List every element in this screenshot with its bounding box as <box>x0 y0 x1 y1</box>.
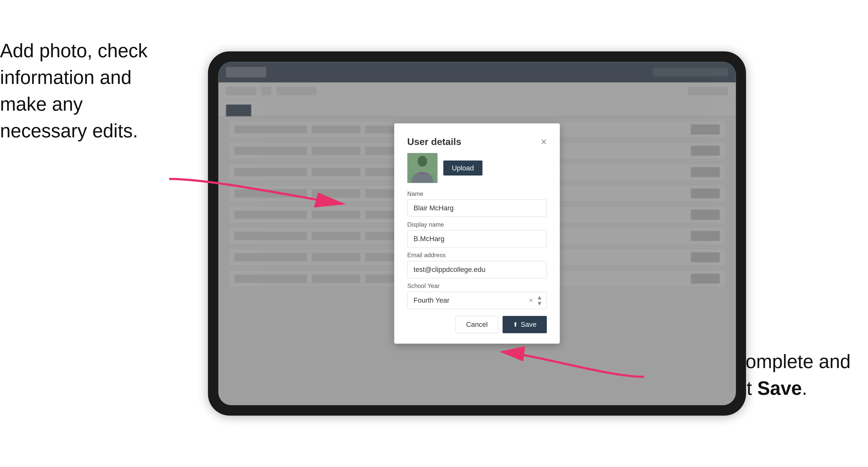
save-label: Save <box>521 320 536 329</box>
user-photo-svg <box>407 153 437 183</box>
select-clear-icon[interactable]: × <box>529 296 533 305</box>
school-year-label: School Year <box>407 282 547 289</box>
tablet-screen: User details × Upload <box>218 62 736 405</box>
annotation-right-line1: Complete and <box>732 351 851 372</box>
annotation-left-text: Add photo, check information and make an… <box>0 40 148 142</box>
annotation-left: Add photo, check information and make an… <box>0 37 156 144</box>
upload-button[interactable]: Upload <box>443 160 483 176</box>
annotation-right: Complete and hit Save. <box>732 348 851 402</box>
select-arrow-icon: ▲▼ <box>536 294 542 307</box>
modal-overlay: User details × Upload <box>218 62 736 405</box>
tablet-device: User details × Upload <box>208 51 746 416</box>
school-year-field-group: School Year × ▲▼ <box>407 282 547 309</box>
display-name-input[interactable] <box>407 230 547 248</box>
photo-row: Upload <box>407 153 547 183</box>
modal-footer: Cancel ⬆ Save <box>407 316 547 333</box>
display-name-field-group: Display name <box>407 221 547 248</box>
name-label: Name <box>407 190 547 197</box>
save-button[interactable]: ⬆ Save <box>502 316 547 333</box>
save-icon: ⬆ <box>513 321 518 328</box>
email-field-group: Email address <box>407 252 547 278</box>
name-input[interactable] <box>407 199 547 217</box>
user-details-modal: User details × Upload <box>394 123 560 344</box>
school-year-select-wrapper: × ▲▼ <box>407 291 547 309</box>
cancel-button[interactable]: Cancel <box>455 316 498 333</box>
scene: Add photo, check information and make an… <box>0 0 868 467</box>
close-button[interactable]: × <box>541 136 547 147</box>
user-photo-thumbnail <box>407 153 438 183</box>
svg-rect-1 <box>409 174 436 183</box>
school-year-input[interactable] <box>407 291 547 309</box>
modal-title: User details <box>407 136 462 147</box>
modal-header: User details × <box>407 136 547 147</box>
email-label: Email address <box>407 252 547 259</box>
email-input[interactable] <box>407 261 547 278</box>
display-name-label: Display name <box>407 221 547 228</box>
svg-point-0 <box>418 156 427 167</box>
name-field-group: Name <box>407 190 547 217</box>
